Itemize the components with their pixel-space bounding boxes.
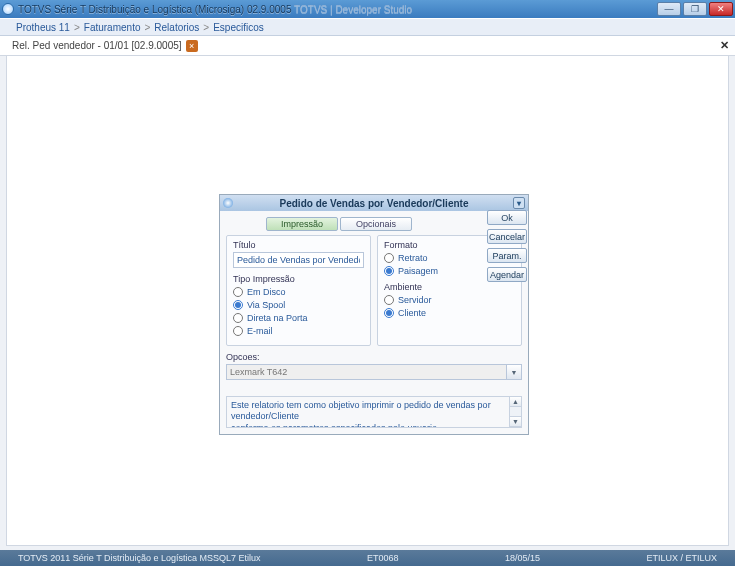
- tab-impressao[interactable]: Impressão: [266, 217, 338, 231]
- radio-via-spool[interactable]: Via Spool: [233, 300, 364, 310]
- breadcrumb-item[interactable]: Especificos: [213, 22, 264, 33]
- dialog-title: Pedido de Vendas por Vendedor/Cliente: [220, 198, 528, 209]
- tab-strip: Rel. Ped vendedor - 01/01 [02.9.0005] × …: [0, 36, 735, 56]
- tab-opcionais[interactable]: Opcionais: [340, 217, 412, 231]
- dialog-titlebar: Pedido de Vendas por Vendedor/Cliente ▾: [220, 195, 528, 211]
- scroll-up-icon[interactable]: ▲: [510, 397, 521, 407]
- status-bar: TOTVS 2011 Série T Distribuição e Logíst…: [0, 550, 735, 566]
- app-icon: [2, 3, 14, 15]
- dialog-collapse-icon[interactable]: ▾: [513, 197, 525, 209]
- description-scrollbar[interactable]: ▲ ▼: [510, 396, 522, 428]
- param-button[interactable]: Param.: [487, 248, 527, 263]
- chevron-down-icon[interactable]: ▼: [506, 364, 522, 380]
- cancelar-button[interactable]: Cancelar: [487, 229, 527, 244]
- scroll-down-icon[interactable]: ▼: [510, 417, 521, 427]
- status-field1: ET0068: [359, 553, 407, 563]
- titulo-input[interactable]: [233, 252, 364, 268]
- radio-direta-porta[interactable]: Direta na Porta: [233, 313, 364, 323]
- opcoes-label: Opcoes:: [226, 352, 522, 362]
- radio-servidor[interactable]: Servidor: [384, 295, 515, 305]
- minimize-button[interactable]: —: [657, 2, 681, 16]
- status-right: ETILUX / ETILUX: [638, 553, 725, 563]
- breadcrumb: Protheus 11> Faturamento> Relatorios> Es…: [0, 18, 735, 36]
- tab-label: Rel. Ped vendedor - 01/01 [02.9.0005]: [12, 40, 182, 51]
- content-area: Pedido de Vendas por Vendedor/Cliente ▾ …: [6, 56, 729, 546]
- titulo-label: Título: [233, 240, 364, 250]
- breadcrumb-item[interactable]: Protheus 11: [16, 22, 70, 33]
- tipo-impressao-label: Tipo Impressão: [233, 274, 364, 284]
- status-date: 18/05/15: [497, 553, 548, 563]
- close-button[interactable]: ✕: [709, 2, 733, 16]
- open-tab[interactable]: Rel. Ped vendedor - 01/01 [02.9.0005] ×: [12, 40, 198, 52]
- agendar-button[interactable]: Agendar: [487, 267, 527, 282]
- tab-close-icon[interactable]: ×: [186, 40, 198, 52]
- status-left: TOTVS 2011 Série T Distribuição e Logíst…: [10, 553, 269, 563]
- opcoes-combo[interactable]: ▼: [226, 364, 522, 380]
- print-dialog: Pedido de Vendas por Vendedor/Cliente ▾ …: [219, 194, 529, 435]
- radio-cliente[interactable]: Cliente: [384, 308, 515, 318]
- dialog-buttons: Ok Cancelar Param. Agendar: [487, 210, 527, 286]
- maximize-button[interactable]: ❐: [683, 2, 707, 16]
- scroll-track[interactable]: [510, 407, 521, 417]
- breadcrumb-item[interactable]: Faturamento: [84, 22, 141, 33]
- ok-button[interactable]: Ok: [487, 210, 527, 225]
- opcoes-value: [226, 364, 506, 380]
- close-all-icon[interactable]: ✕: [720, 39, 729, 52]
- breadcrumb-item[interactable]: Relatorios: [154, 22, 199, 33]
- window-title: TOTVS Série T Distribuição e Logística (…: [18, 4, 412, 15]
- description-box: Este relatorio tem como objetivo imprimi…: [226, 396, 510, 428]
- radio-em-disco[interactable]: Em Disco: [233, 287, 364, 297]
- window-titlebar: TOTVS Série T Distribuição e Logística (…: [0, 0, 735, 18]
- radio-email[interactable]: E-mail: [233, 326, 364, 336]
